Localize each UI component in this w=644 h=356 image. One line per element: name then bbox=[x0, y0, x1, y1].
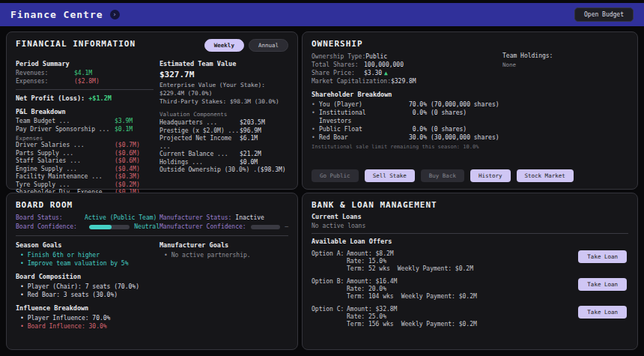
influence-breakdown-heading: Influence Breakdown bbox=[16, 304, 160, 312]
shareholder-row: • Institutional Investors 0.0% (0 shares… bbox=[312, 109, 628, 125]
manufacturer-goals-list: No active partnership. bbox=[160, 251, 288, 259]
loan-option-label: Option C: bbox=[312, 306, 347, 328]
period-summary-column: Period Summary Revenues: $4.1M Expenses:… bbox=[16, 55, 154, 205]
manufacturer-confidence-row: Manufacturer Confidence: – bbox=[160, 223, 288, 232]
season-goal-item: Finish 6th or higher bbox=[20, 251, 160, 259]
season-goals-list: Finish 6th or higher Improve team valuat… bbox=[16, 251, 160, 268]
take-loan-button-b[interactable]: Take Loan bbox=[578, 278, 627, 291]
pnl-income-row: Pay Driver Sponsorship ... $0.1M bbox=[16, 126, 154, 134]
influence-list: Player Influence: 70.0% Board Influence:… bbox=[16, 314, 160, 331]
financial-panel-title: FINANCIAL INFORMATION bbox=[16, 39, 136, 49]
pnl-expense-row: Tyre Supply ... ($0.2M) bbox=[16, 181, 154, 190]
team-holdings-label: Team Holdings: bbox=[502, 52, 628, 59]
annual-toggle-button[interactable]: Annual bbox=[249, 39, 288, 52]
ownership-panel-title: OWNERSHIP bbox=[312, 39, 628, 49]
page-title: Finance Centre bbox=[10, 9, 103, 20]
ownership-info: Ownership Type: Public Total Shares: 100… bbox=[312, 52, 502, 85]
board-status-grid: Board Status: Active (Public Team) Board… bbox=[16, 214, 288, 232]
history-button[interactable]: History bbox=[470, 169, 511, 182]
valuation-row: Projected Net Income ... $6.1M bbox=[160, 135, 288, 151]
team-value-column: Estimated Team Value $327.7M Enterprise … bbox=[160, 55, 288, 205]
bank-divider bbox=[312, 233, 628, 234]
board-confidence-row: Board Confidence: Neutral bbox=[16, 223, 160, 232]
team-holdings: Team Holdings: None bbox=[502, 52, 628, 85]
total-shares-row: Total Shares: 100,000,000 bbox=[312, 61, 502, 69]
shareholder-breakdown-heading: Shareholder Breakdown bbox=[312, 91, 628, 98]
manufacturer-goals-column: Manufacturer Goals No active partnership… bbox=[160, 240, 288, 331]
current-loans-heading: Current Loans bbox=[312, 213, 628, 220]
composition-item: Red Boar: 3 seats (30.0%) bbox=[20, 291, 160, 299]
board-room-panel: BOARD ROOM Board Status: Active (Public … bbox=[6, 193, 298, 350]
titlebar: Finance Centre › Open Budget bbox=[0, 3, 644, 26]
season-goals-heading: Season Goals bbox=[16, 241, 160, 249]
financial-information-panel: FINANCIAL INFORMATION Weekly Annual Peri… bbox=[6, 31, 298, 190]
period-toggle: Weekly Annual bbox=[204, 39, 288, 52]
shareholder-row: • Red Boar 30.0% (30,000,000 shares) bbox=[312, 133, 628, 142]
pnl-expense-row: Parts Supply ... ($0.6M) bbox=[16, 150, 154, 158]
ownership-actions: Go Public Sell Stake Buy Back History St… bbox=[312, 169, 574, 182]
buy-back-button[interactable]: Buy Back bbox=[421, 169, 464, 182]
take-loan-button-a[interactable]: Take Loan bbox=[578, 250, 627, 263]
valuation-row: Outside Ownership (30.0%) . ($98.3M) bbox=[160, 166, 288, 175]
weekly-toggle-button[interactable]: Weekly bbox=[204, 39, 244, 52]
financial-columns: Period Summary Revenues: $4.1M Expenses:… bbox=[16, 55, 288, 205]
pnl-income-row: Team Budget ... $3.9M bbox=[16, 118, 154, 126]
take-loan-button-c[interactable]: Take Loan bbox=[578, 306, 627, 319]
board-confidence-bar bbox=[89, 225, 130, 229]
valuation-row: Holdings ... $0.0M bbox=[160, 159, 288, 167]
shareholder-row: • Public Float 0.0% (0 shares) bbox=[312, 125, 628, 133]
enterprise-value-line: Enterprise Value (Your Stake): $229.4M (… bbox=[160, 81, 288, 97]
board-status-column: Board Status: Active (Public Team) Board… bbox=[16, 214, 160, 232]
board-composition-list: Player (Chair): 7 seats (70.0%) Red Boar… bbox=[16, 283, 160, 299]
valuation-row: Headquarters ... $203.5M bbox=[160, 119, 288, 127]
team-value-amount: $327.7M bbox=[160, 70, 288, 79]
stock-market-button[interactable]: Stock Market bbox=[517, 169, 574, 182]
help-icon[interactable]: › bbox=[110, 10, 120, 19]
shareholder-row: • You (Player) 70.0% (70,000,000 shares) bbox=[312, 100, 628, 109]
board-goals-grid: Season Goals Finish 6th or higher Improv… bbox=[16, 240, 288, 331]
no-active-loans-text: No active loans bbox=[312, 223, 628, 229]
pnl-expense-row: Facility Maintenance ... ($0.3M) bbox=[16, 173, 154, 181]
ownership-type-row: Ownership Type: Public bbox=[312, 52, 502, 61]
expenses-row: Expenses: ($2.8M) bbox=[16, 78, 154, 86]
expenses-subheading: Expenses bbox=[16, 135, 154, 142]
finance-centre-screen: Finance Centre › Open Budget FINANCIAL I… bbox=[0, 0, 644, 356]
loan-offer-a: Option A: Amount: $8.2M Rate: 15.0% Term… bbox=[312, 250, 628, 273]
manufacturer-status-row: Manufacturer Status: Inactive bbox=[160, 214, 288, 223]
loan-offers-heading: Available Loan Offers bbox=[312, 238, 628, 245]
go-public-button[interactable]: Go Public bbox=[312, 169, 359, 182]
pnl-expense-row: Engine Supply ... ($0.4M) bbox=[16, 166, 154, 174]
financial-panel-header: FINANCIAL INFORMATION Weekly Annual bbox=[16, 39, 288, 52]
third-party-line: Third-Party Stakes: $98.3M (30.0%) bbox=[160, 97, 288, 106]
team-holdings-value: None bbox=[502, 61, 628, 68]
board-goals-column: Season Goals Finish 6th or higher Improv… bbox=[16, 240, 160, 331]
valuation-row: Prestige (x $2.0M) ... $96.9M bbox=[160, 127, 288, 136]
ownership-summary: Ownership Type: Public Total Shares: 100… bbox=[312, 52, 628, 85]
net-profit-row: Net Profit (Loss): +$1.2M bbox=[16, 94, 154, 103]
manufacturer-confidence-bar bbox=[251, 225, 281, 229]
period-summary-heading: Period Summary bbox=[16, 60, 154, 67]
board-room-panel-title: BOARD ROOM bbox=[16, 200, 288, 210]
revenues-row: Revenues: $4.1M bbox=[16, 70, 154, 78]
player-influence-item: Player Influence: 70.0% bbox=[20, 314, 160, 322]
valuation-row: Current Balance ... $21.2M bbox=[160, 151, 288, 159]
open-budget-button[interactable]: Open Budget bbox=[574, 7, 634, 22]
sale-limit-note: Institutional sale limit remaining this … bbox=[312, 144, 628, 150]
loan-option-label: Option A: bbox=[312, 250, 347, 273]
composition-item: Player (Chair): 7 seats (70.0%) bbox=[20, 283, 160, 291]
board-status-row: Board Status: Active (Public Team) bbox=[16, 214, 160, 223]
pnl-expense-row: Staff Salaries ... ($0.6M) bbox=[16, 157, 154, 166]
market-cap-row: Market Capitalization: $329.8M bbox=[312, 77, 502, 85]
season-goal-item: Improve team valuation by 5% bbox=[20, 259, 160, 268]
manufacturer-goals-heading: Manufacturer Goals bbox=[160, 241, 288, 249]
board-composition-heading: Board Composition bbox=[16, 273, 160, 280]
board-divider bbox=[16, 235, 288, 236]
sell-stake-button[interactable]: Sell Stake bbox=[365, 169, 415, 182]
team-value-heading: Estimated Team Value bbox=[160, 60, 288, 67]
share-price-up-icon: ▲ bbox=[384, 69, 388, 77]
ownership-panel: OWNERSHIP Ownership Type: Public Total S… bbox=[302, 31, 638, 190]
loan-offer-c: Option C: Amount: $32.8M Rate: 25.0% Ter… bbox=[312, 306, 628, 328]
bank-loan-panel: BANK & LOAN MANAGEMENT Current Loans No … bbox=[302, 193, 638, 350]
pnl-heading: P&L Breakdown bbox=[16, 108, 154, 115]
bank-panel-title: BANK & LOAN MANAGEMENT bbox=[312, 200, 628, 210]
